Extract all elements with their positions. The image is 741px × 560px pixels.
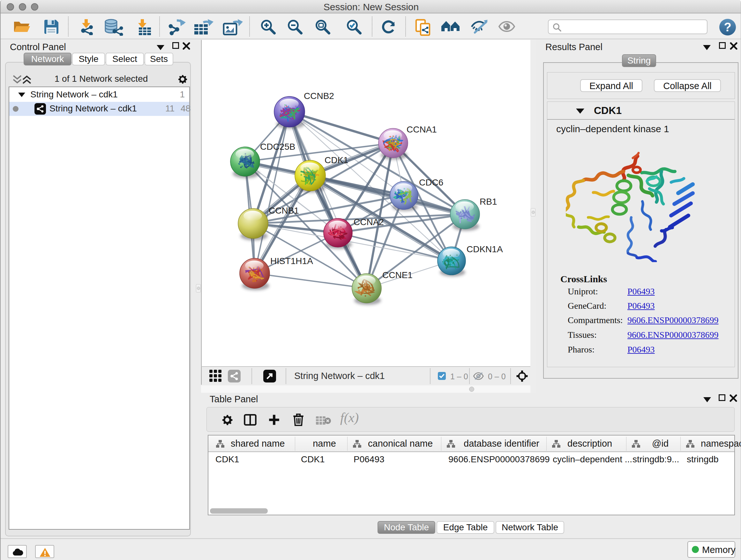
svg-text:CCNB2: CCNB2	[304, 91, 334, 101]
svg-text:CDK1: CDK1	[325, 155, 348, 165]
svg-text:?: ?	[724, 20, 731, 34]
svg-text:CDC6: CDC6	[419, 178, 443, 187]
svg-text:CDC25B: CDC25B	[260, 142, 295, 152]
svg-text:HIST1H1A: HIST1H1A	[270, 256, 313, 266]
svg-text:CCNB1: CCNB1	[269, 206, 299, 215]
svg-text:RB1: RB1	[480, 197, 497, 206]
svg-text:CCNE1: CCNE1	[382, 270, 413, 280]
svg-text:CCNA1: CCNA1	[407, 125, 437, 134]
svg-text:CCNA2: CCNA2	[354, 217, 384, 227]
svg-text:CDKN1A: CDKN1A	[467, 244, 503, 254]
